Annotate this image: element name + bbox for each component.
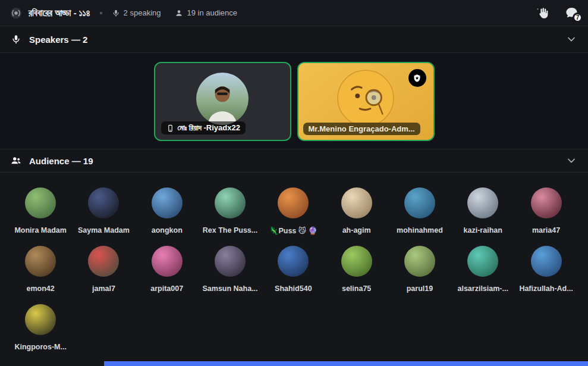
speakers-section-label: Speakers — 2	[29, 35, 87, 45]
member-name: Sayma Madam	[78, 226, 130, 234]
audience-member[interactable]: alsarzilsiam-...	[451, 246, 514, 304]
speaker-avatar	[337, 69, 395, 127]
avatar	[531, 246, 562, 277]
speaker-name: মোঃ রিয়াদ -Riyadx22	[178, 123, 240, 133]
audience-member[interactable]: ah-agim	[325, 187, 388, 246]
shield-star-icon	[413, 74, 422, 83]
avatar	[467, 246, 498, 277]
audience-count-label: 19 in audience	[187, 8, 237, 17]
audience-member[interactable]: selina75	[325, 246, 388, 304]
speaker-name-tag: Mr.Menino Engraçado-Adm...	[303, 123, 420, 135]
avatar	[25, 246, 56, 277]
speakers-area: মোঃ রিয়াদ -Riyadx22	[0, 53, 588, 149]
mic-icon	[11, 34, 21, 45]
member-name: Shahid540	[275, 284, 312, 293]
member-name: selina75	[342, 284, 371, 293]
avatar	[88, 187, 119, 218]
audience-member[interactable]: 🦎Puss 😼 🔮	[262, 187, 325, 246]
mic-icon	[112, 9, 120, 17]
avatar	[278, 246, 309, 277]
audience-grid: Monira Madam Sayma Madam aongkon Rex The…	[0, 173, 588, 362]
member-name: maria47	[532, 226, 560, 234]
mobile-phone-icon	[166, 124, 174, 132]
avatar	[404, 187, 435, 218]
avatar	[152, 246, 183, 277]
audience-member[interactable]: Samsun Naha...	[199, 246, 262, 304]
avatar	[152, 187, 183, 218]
avatar	[341, 187, 372, 218]
audience-member[interactable]: Hafizullah-Ad...	[514, 246, 577, 304]
broadcast-icon	[10, 7, 23, 20]
member-name: mohinahmed	[397, 226, 443, 234]
avatar	[215, 187, 246, 218]
avatar	[278, 187, 309, 218]
raise-hand-button[interactable]	[536, 7, 549, 20]
audience-section-label: Audience — 19	[29, 156, 93, 166]
chat-button[interactable]: 7	[565, 6, 578, 20]
topbar: রবিবারের আড্ডা - ১১৪ 2 speaking 19 in au…	[0, 0, 588, 26]
speaking-count-label: 2 speaking	[124, 8, 161, 17]
raise-hand-icon	[536, 7, 549, 20]
member-name: Kingporos-M...	[14, 343, 67, 351]
member-name: arpita007	[150, 284, 183, 293]
member-name: Monira Madam	[14, 226, 67, 234]
audience-member[interactable]: mohinahmed	[388, 187, 451, 246]
member-name: Hafizullah-Ad...	[519, 284, 573, 293]
person-photo-placeholder	[196, 73, 249, 125]
audience-member[interactable]: Monira Madam	[9, 187, 72, 246]
speaker-avatar	[196, 73, 249, 125]
audience-member[interactable]: arpita007	[136, 246, 199, 304]
speaking-count: 2 speaking	[112, 8, 161, 17]
member-name: alsarzilsiam-...	[457, 284, 508, 293]
audience-count: 19 in audience	[175, 8, 237, 17]
chevron-down-icon	[565, 155, 577, 167]
speaker-name-tag: মোঃ রিয়াদ -Riyadx22	[161, 121, 246, 134]
avatar	[341, 246, 372, 277]
avatar	[467, 187, 498, 218]
speaker-name: Mr.Menino Engraçado-Adm...	[309, 124, 415, 133]
audience-member[interactable]: kazi-raihan	[451, 187, 514, 246]
member-name: parul19	[407, 284, 433, 293]
channel-title: রবিবারের আড্ডা - ১১৪	[29, 8, 90, 18]
audience-member[interactable]: maria47	[514, 187, 577, 246]
audience-member[interactable]: parul19	[388, 246, 451, 304]
stage-channel-icon[interactable]	[10, 7, 23, 20]
avatar	[404, 246, 435, 277]
audience-member[interactable]: Sayma Madam	[72, 187, 135, 246]
audience-member[interactable]: Shahid540	[262, 246, 325, 304]
audience-section-header[interactable]: Audience — 19	[0, 149, 588, 173]
separator-dot	[100, 12, 102, 14]
avatar	[531, 187, 562, 218]
member-name: 🦎Puss 😼 🔮	[269, 226, 317, 235]
moderator-badge	[408, 69, 426, 87]
avatar	[25, 304, 56, 335]
member-name: jamal7	[92, 284, 115, 293]
monocle-face-avatar	[337, 69, 395, 127]
chat-unread-badge: 7	[573, 12, 583, 23]
avatar	[88, 246, 119, 277]
member-name: kazi-raihan	[464, 226, 502, 234]
speaker-card-riyadx22[interactable]: মোঃ রিয়াদ -Riyadx22	[154, 62, 291, 141]
audience-member[interactable]: jamal7	[72, 246, 135, 304]
member-name: aongkon	[152, 226, 183, 234]
person-icon	[175, 9, 183, 17]
stage-channel-window: রবিবারের আড্ডা - ১১৪ 2 speaking 19 in au…	[0, 0, 588, 366]
member-name: Rex The Puss...	[203, 226, 257, 234]
topbar-actions: 7	[536, 6, 578, 20]
member-name: Samsun Naha...	[202, 284, 257, 293]
audience-member[interactable]: aongkon	[136, 187, 199, 246]
chevron-down-icon	[565, 33, 577, 45]
speaker-card-menino[interactable]: Mr.Menino Engraçado-Adm...	[297, 62, 435, 141]
avatar	[25, 187, 56, 218]
audience-member[interactable]: Rex The Puss...	[199, 187, 262, 246]
member-name: ah-agim	[342, 226, 371, 234]
audience-member[interactable]: emon42	[9, 246, 72, 304]
avatar	[215, 246, 246, 277]
people-icon	[11, 155, 21, 166]
bottom-strip	[104, 361, 588, 366]
speakers-section-header[interactable]: Speakers — 2	[0, 26, 588, 53]
member-name: emon42	[27, 284, 55, 293]
audience-member[interactable]: Kingporos-M...	[9, 304, 72, 362]
